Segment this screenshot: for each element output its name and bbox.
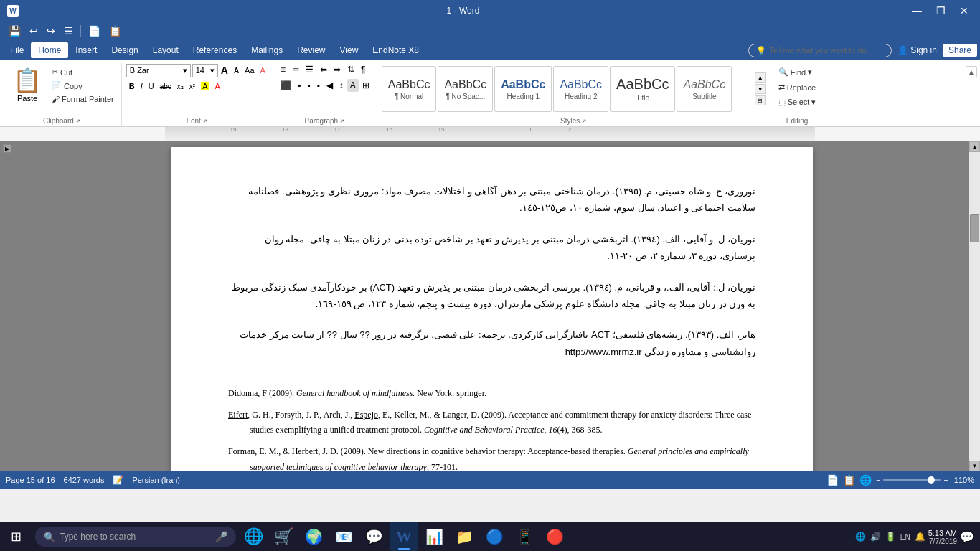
borders-button[interactable]: ⊞ (359, 79, 372, 92)
print-layout-view-button[interactable]: 📋 (843, 474, 855, 486)
replace-button[interactable]: ⇄ Replace (776, 81, 819, 93)
text-effects-button[interactable]: A (258, 65, 268, 76)
zoom-in-button[interactable]: + (943, 476, 948, 484)
scroll-track[interactable] (969, 152, 980, 461)
taskbar-app-teams[interactable]: 💬 (359, 522, 388, 551)
italic-button[interactable]: I (138, 80, 146, 92)
decrease-font-button[interactable]: A (231, 65, 242, 76)
strikethrough-button[interactable]: abc (157, 81, 174, 92)
style-title[interactable]: AaBbCc Title (610, 66, 675, 112)
decrease-indent-button[interactable]: ⬅ (317, 63, 330, 76)
select-button[interactable]: ⬚ Select ▾ (776, 96, 819, 108)
style-subtitle[interactable]: AaBbCc Subtitle (677, 66, 732, 112)
menu-references[interactable]: References (186, 42, 244, 58)
clear-format-button[interactable]: Aa (242, 65, 257, 76)
scroll-up-button[interactable]: ▲ (969, 141, 980, 152)
customize-button[interactable]: ☰ (61, 24, 76, 38)
taskbar-app-phone[interactable]: 📱 (510, 522, 539, 551)
microphone-icon[interactable]: 🎤 (215, 531, 227, 542)
clipboard-expand-icon[interactable]: ↗ (75, 118, 81, 125)
read-mode-button[interactable]: 📄 (85, 24, 103, 38)
show-hide-button[interactable]: ¶ (358, 63, 368, 76)
page-marker[interactable]: ▶ (3, 144, 11, 153)
battery-icon[interactable]: 🔋 (885, 532, 896, 542)
scroll-thumb[interactable] (970, 214, 979, 242)
underline-button[interactable]: U (146, 80, 157, 92)
scroll-down-button[interactable]: ▼ (969, 461, 980, 471)
redo-button[interactable]: ↪ (44, 24, 58, 38)
menu-review[interactable]: Review (290, 42, 332, 58)
style-normal[interactable]: AaBbCc ¶ Normal (382, 66, 437, 112)
action-center-icon[interactable]: 💬 (960, 530, 974, 544)
vertical-scrollbar[interactable]: ▲ ▼ (969, 141, 980, 471)
bullets-button[interactable]: ≡ (278, 63, 288, 76)
menu-endnote[interactable]: EndNote X8 (365, 42, 426, 58)
align-right-button[interactable]: ▪ (304, 79, 313, 92)
line-spacing-button[interactable]: ↕ (336, 79, 347, 92)
menu-insert[interactable]: Insert (68, 42, 104, 58)
multilevel-button[interactable]: ☰ (303, 63, 316, 76)
subscript-button[interactable]: x₂ (174, 81, 187, 92)
font-name-selector[interactable]: B Zar ▾ (126, 64, 191, 77)
text-highlight-button[interactable]: A (198, 80, 212, 92)
search-bar[interactable]: 🔍 Type here to search 🎤 (35, 527, 236, 547)
copy-button[interactable]: 📄 Copy (49, 80, 117, 92)
align-center-button[interactable]: ▪ (295, 79, 303, 92)
web-layout-view-button[interactable]: 🌐 (859, 474, 872, 486)
format-painter-button[interactable]: 🖌 Format Painter (49, 93, 117, 105)
styles-up-button[interactable]: ▲ (755, 72, 766, 83)
increase-font-button[interactable]: A (218, 63, 231, 77)
styles-dialog-icon[interactable]: ↗ (581, 118, 587, 125)
taskbar-app-store[interactable]: 🛒 (269, 522, 298, 551)
sign-in-button[interactable]: 👤 Sign in (897, 45, 937, 55)
taskbar-app-files[interactable]: 📁 (450, 522, 479, 551)
increase-indent-button[interactable]: ➡ (331, 63, 344, 76)
read-mode-view-button[interactable]: 📄 (826, 474, 839, 486)
style-heading1[interactable]: AaBbCc Heading 1 (494, 66, 552, 112)
menu-design[interactable]: Design (104, 42, 145, 58)
styles-down-button[interactable]: ▼ (755, 84, 766, 94)
zoom-control[interactable]: − + 110% (876, 476, 974, 484)
justify-button[interactable]: ▪ (314, 79, 322, 92)
superscript-button[interactable]: x² (187, 81, 198, 92)
taskbar-app-edge[interactable]: 🌐 (239, 522, 268, 551)
document-scroll-area[interactable]: نوروزی، ح. و شاه حسینی، م. (١٣٩٥). درمان… (14, 141, 969, 471)
menu-view[interactable]: View (333, 42, 366, 58)
paste-button[interactable]: 📋 Paste (7, 63, 47, 106)
menu-mailings[interactable]: Mailings (244, 42, 290, 58)
shading-button[interactable]: A (347, 79, 359, 92)
network-icon[interactable]: 🌐 (855, 532, 866, 542)
lang-icon[interactable]: EN (900, 533, 910, 541)
taskbar-app-mail[interactable]: 📧 (329, 522, 358, 551)
paragraph-expand-icon[interactable]: ↗ (339, 118, 345, 125)
taskbar-app-browser[interactable]: 🌍 (299, 522, 328, 551)
share-button[interactable]: Share (943, 44, 977, 57)
start-button[interactable]: ⊞ (0, 522, 32, 551)
clock-area[interactable]: 5:13 AM 7/7/2019 (928, 529, 957, 545)
taskbar-app-word[interactable]: W (390, 522, 418, 551)
bold-button[interactable]: B (126, 80, 138, 92)
style-heading2[interactable]: AaBbCc Heading 2 (553, 66, 608, 112)
zoom-out-button[interactable]: − (876, 476, 880, 484)
align-left-button[interactable]: ⬛ (278, 79, 294, 92)
speaker-icon[interactable]: 🔊 (870, 532, 881, 542)
font-expand-icon[interactable]: ↗ (202, 118, 208, 125)
undo-button[interactable]: ↩ (27, 24, 41, 38)
menu-layout[interactable]: Layout (146, 42, 186, 58)
collapse-ribbon-button[interactable]: ▲ (966, 66, 977, 77)
menu-home[interactable]: Home (31, 42, 68, 58)
taskbar-app-browser2[interactable]: 🔵 (480, 522, 509, 551)
taskbar-app-excel[interactable]: 📊 (420, 522, 448, 551)
zoom-slider[interactable] (883, 479, 941, 481)
print-layout-button[interactable]: 📋 (106, 24, 124, 38)
numbering-button[interactable]: ⊨ (289, 63, 302, 76)
font-size-selector[interactable]: 14 ▾ (192, 64, 218, 77)
rtl-button[interactable]: ◀ (324, 79, 336, 92)
font-color-button[interactable]: A (212, 80, 223, 92)
find-button[interactable]: 🔍 Find ▾ (776, 66, 815, 78)
notify-icon[interactable]: 🔔 (915, 532, 925, 542)
styles-expand-button[interactable]: ⊞ (755, 95, 766, 105)
close-button[interactable]: ✕ (956, 5, 973, 17)
style-no-space[interactable]: AaBbCc ¶ No Spac... (438, 66, 493, 112)
zoom-thumb[interactable] (928, 476, 935, 484)
